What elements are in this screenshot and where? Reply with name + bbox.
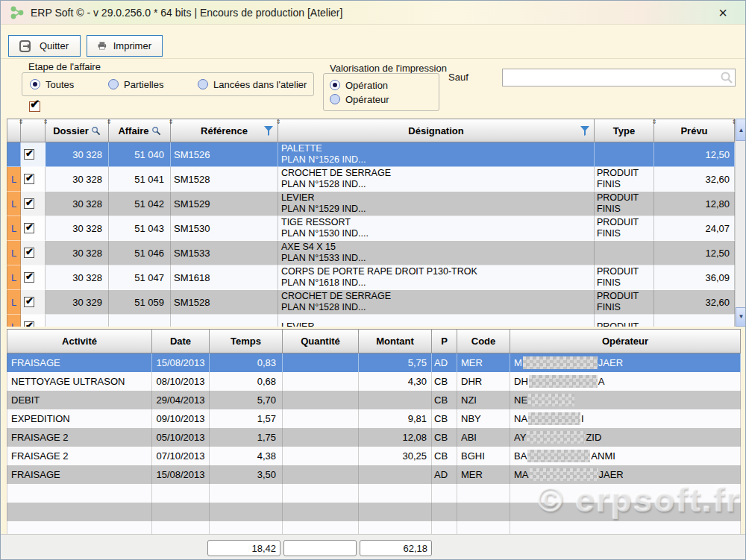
search-icon[interactable] (720, 71, 733, 84)
total-montant-field[interactable]: 62,18 (360, 540, 432, 556)
search-input[interactable] (504, 70, 718, 85)
empty-row[interactable] (7, 521, 741, 534)
radio-partielles[interactable]: Partielles (108, 79, 198, 90)
filter-funnel-icon[interactable] (580, 126, 589, 136)
radio-icon[interactable] (198, 79, 208, 89)
cell-type: PRODUITFINIS (597, 168, 639, 190)
column-splitter-icon[interactable]: ⇕ (652, 119, 657, 125)
empty-row[interactable] (7, 484, 741, 503)
table-row[interactable]: L 30 328 51 041 SM1528 CROCHET DE SERRAG… (7, 167, 735, 192)
cell-prevu: 12,50 (654, 142, 735, 167)
header-date[interactable]: Date (152, 330, 210, 353)
table-row[interactable]: L 30 329 51 059 SM1528 CROCHET DE SERRAG… (7, 290, 735, 315)
vertical-scrollbar[interactable]: ▲ ▼ (735, 119, 746, 327)
operation-row[interactable]: FRAISAGE 2 07/10/2013 4,38 30,25 CB BGHI… (7, 447, 741, 465)
close-button[interactable]: × (714, 4, 732, 22)
total-temps-field[interactable]: 18,42 (207, 540, 280, 556)
row-check-cell[interactable] (21, 241, 46, 265)
valorisation-group-label: Valorisation de l'impression (327, 63, 449, 74)
radio-selected-icon[interactable] (30, 79, 40, 89)
operation-row[interactable]: EXPEDITION 09/10/2013 1,57 9,81 CB NBY N… (7, 409, 741, 428)
column-splitter-icon[interactable]: ⇕ (107, 119, 112, 125)
table-row[interactable]: 30 328 51 040 SM1526 PALETTEPLAN N°1526 … (7, 142, 735, 167)
operation-row[interactable]: DEBIT 29/04/2013 5,70 CB NZI NE (7, 391, 741, 409)
cell-dossier: 30 328 (46, 241, 109, 265)
print-button[interactable]: Imprimer (87, 35, 163, 57)
table-row[interactable]: L LEVIER PRODUIT (7, 315, 735, 327)
cell-temps: 4,38 (210, 447, 283, 465)
checkbox-checked-icon[interactable] (24, 198, 34, 209)
cell-operateur: MJAER (510, 353, 741, 372)
checkbox-checked-icon[interactable] (24, 321, 34, 327)
header-p[interactable]: P (432, 330, 457, 353)
search-column-icon[interactable] (151, 126, 161, 136)
row-check-cell[interactable] (21, 290, 46, 315)
row-check-cell[interactable] (21, 265, 46, 290)
table-row[interactable]: L 30 328 51 046 SM1533 AXE S4 X 15PLAN N… (7, 241, 735, 265)
radio-toutes[interactable]: Toutes (30, 79, 108, 90)
header-prevu[interactable]: Prévu (654, 119, 735, 142)
header-montant[interactable]: Montant (359, 330, 432, 353)
cell-designation: TIGE RESSORTPLAN N°1530 IND.... (281, 217, 369, 239)
header-reference[interactable]: Référence (171, 119, 278, 142)
column-splitter-icon[interactable]: ⇕ (19, 119, 24, 125)
operation-row[interactable]: FRAISAGE 2 05/10/2013 1,75 12,08 CB ABI … (7, 428, 741, 447)
checkbox-checked-icon[interactable] (24, 223, 34, 233)
table-row[interactable]: L 30 328 51 043 SM1530 TIGE RESSORTPLAN … (7, 216, 735, 241)
quit-button[interactable]: Quitter (8, 35, 81, 57)
row-check-cell[interactable] (21, 315, 46, 327)
print-button-label: Imprimer (113, 40, 151, 51)
cell-montant: 30,25 (359, 447, 432, 465)
select-all-checkbox[interactable] (29, 101, 40, 112)
header-dossier[interactable]: Dossier (46, 119, 109, 142)
row-check-cell[interactable] (21, 216, 46, 241)
column-splitter-icon[interactable]: ⇕ (43, 119, 48, 125)
checkbox-checked-icon[interactable] (24, 272, 34, 283)
row-flag: L (7, 192, 21, 216)
cell-reference: SM1533 (171, 241, 278, 265)
column-splitter-icon[interactable]: ⇕ (169, 119, 174, 125)
operation-row[interactable]: NETTOYAGE ULTRASON 08/10/2013 0,68 4,30 … (7, 372, 741, 391)
toolbar: Quitter Imprimer 940 affaires en cours d… (1, 25, 745, 59)
checkbox-checked-icon[interactable] (24, 248, 34, 258)
empty-row[interactable] (7, 503, 741, 521)
title-bar[interactable]: ERP Soft © - v 29.0.256.0 * 64 bits | En… (1, 1, 745, 25)
header-activite[interactable]: Activité (7, 330, 152, 353)
checkbox-checked-icon[interactable] (24, 149, 34, 160)
redacted-name-block (527, 431, 585, 444)
radio-icon[interactable] (108, 79, 119, 89)
cell-dossier: 30 328 (46, 167, 109, 192)
header-operateur[interactable]: Opérateur (510, 330, 741, 353)
row-check-cell[interactable] (21, 167, 46, 192)
scroll-up-button[interactable]: ▲ (736, 119, 746, 141)
column-splitter-icon[interactable]: ⇕ (276, 119, 281, 125)
radio-selected-icon[interactable] (330, 80, 340, 90)
radio-operation[interactable]: Opération (330, 80, 439, 91)
cell-date: 15/08/2013 (152, 465, 210, 484)
header-code[interactable]: Code (457, 330, 510, 353)
row-flag: L (7, 167, 21, 192)
radio-operateur-label: Opérateur (345, 94, 389, 105)
operation-row[interactable]: FRAISAGE 15/08/2013 3,50 AD MER MAJAER (7, 465, 741, 484)
header-designation[interactable]: Désignation (278, 119, 595, 142)
checkbox-checked-icon[interactable] (24, 174, 34, 184)
checkbox-checked-icon[interactable] (24, 297, 34, 307)
scroll-down-button[interactable]: ▼ (736, 307, 746, 327)
radio-operateur[interactable]: Opérateur (330, 94, 439, 105)
header-check-column[interactable] (21, 119, 46, 142)
radio-lancees[interactable]: Lancées dans l'atelier (198, 79, 307, 90)
affaires-table: Dossier Affaire Référence (7, 119, 746, 327)
operation-row[interactable]: FRAISAGE 15/08/2013 0,83 5,75 AD MER MJA… (7, 353, 741, 372)
radio-icon[interactable] (330, 94, 340, 104)
header-affaire[interactable]: Affaire (109, 119, 171, 142)
table-row[interactable]: L 30 328 51 042 SM1529 LEVIERPLAN N°1529… (7, 192, 735, 216)
total-quantite-field[interactable] (283, 540, 357, 556)
row-check-cell[interactable] (21, 142, 46, 167)
header-type[interactable]: Type (595, 119, 654, 142)
table-row[interactable]: L 30 328 51 047 SM1618 CORPS DE PORTE RA… (7, 265, 735, 290)
header-quantite[interactable]: Quantité (283, 330, 359, 353)
filter-funnel-icon[interactable] (264, 126, 273, 136)
search-column-icon[interactable] (91, 126, 101, 136)
header-temps[interactable]: Temps (210, 330, 283, 353)
row-check-cell[interactable] (21, 192, 46, 216)
